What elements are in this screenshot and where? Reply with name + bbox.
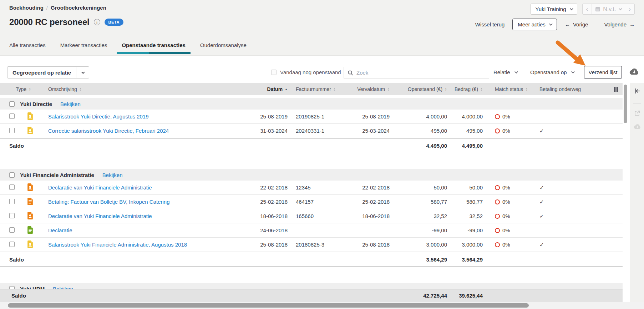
filter-bar: Gegroepeerd op relatie Vandaag nog opens…	[0, 56, 623, 83]
column-settings-icon[interactable]	[614, 87, 618, 92]
column-type[interactable]: Type▲▼	[16, 86, 36, 92]
match-percentage: 0%	[502, 227, 510, 233]
checkmark-icon: ✓	[539, 199, 544, 205]
today-open-label: Vandaag nog openstaand	[280, 69, 341, 75]
cell-openstaand: 32,52	[390, 213, 447, 219]
cell-betaling-onderweg: ✓	[535, 242, 592, 248]
group-checkbox[interactable]	[9, 172, 15, 178]
column-openstaand[interactable]: Openstaand (€)▲▼	[390, 86, 447, 92]
bekijken-link[interactable]: Bekijken	[60, 101, 81, 107]
match-ring-icon	[495, 199, 500, 204]
table-body: Yuki DirectieBekijkenSalarisstrook Yuki …	[0, 95, 623, 309]
row-checkbox[interactable]	[9, 128, 15, 133]
administration-selector[interactable]: Yuki Training	[531, 4, 577, 15]
match-ring-icon	[495, 228, 500, 233]
group-name: Yuki Directie	[20, 101, 52, 107]
factuur-doc-icon	[27, 198, 33, 205]
collapse-left-icon	[634, 88, 640, 94]
period-next-button[interactable]: ›	[625, 4, 634, 14]
period-selector[interactable]: N.v.t.	[592, 4, 625, 14]
transaction-link[interactable]: Salarisstrook Yuki Directie, Augustus 20…	[48, 113, 149, 120]
row-checkbox[interactable]	[9, 242, 15, 247]
sort-asc-icon: ▲	[285, 88, 288, 91]
today-open-checkbox[interactable]	[271, 70, 277, 75]
salarisstrook-doc-icon	[27, 127, 33, 134]
tab-alle-transacties[interactable]: Alle transacties	[9, 42, 46, 53]
column-bedrag[interactable]: Bedrag (€)▲▼	[447, 86, 483, 92]
wissel-terug-button[interactable]: Wissel terug	[475, 21, 505, 27]
info-icon[interactable]: i	[94, 19, 100, 25]
row-checkbox[interactable]	[9, 199, 15, 204]
table-row: Declaratie24-06-2018-99,00-99,000%	[0, 223, 623, 238]
download-cloud-disabled-button[interactable]	[633, 123, 642, 131]
cell-factuurnummer: 20190825-1	[288, 113, 344, 120]
cell-datum: 18-06-2018	[237, 213, 288, 219]
transaction-link[interactable]: Declaratie	[48, 227, 72, 233]
declaratie-doc-icon	[27, 226, 33, 234]
open-external-button[interactable]	[634, 110, 640, 118]
relatie-filter[interactable]: Relatie	[493, 69, 517, 75]
tab-ouderdomsanalyse[interactable]: Ouderdomsanalyse	[200, 42, 247, 53]
meer-acties-button[interactable]: Meer acties	[512, 19, 557, 30]
tab-openstaande-transacties[interactable]: Openstaande transacties	[122, 42, 185, 53]
cell-factuurnummer: 165660	[288, 213, 344, 219]
divider	[633, 103, 641, 104]
breadcrumb-boekhouding[interactable]: Boekhouding	[9, 5, 44, 11]
bekijken-link[interactable]: Bekijken	[102, 172, 123, 178]
cell-match-status: 0%	[483, 113, 535, 120]
checkmark-icon: ✓	[539, 128, 544, 134]
download-cloud-icon	[633, 123, 642, 130]
cell-match-status: 0%	[483, 128, 535, 134]
column-match-status[interactable]: Match status▲▼	[483, 86, 535, 92]
download-cloud-button[interactable]	[628, 67, 640, 77]
row-checkbox[interactable]	[9, 113, 15, 119]
tab-markeer-transacties[interactable]: Markeer transacties	[60, 42, 107, 53]
table-row: Betaling: Factuur van Bolletje BV, Inkop…	[0, 195, 623, 209]
group-header: Yuki Financiele AdministratieBekijken	[0, 169, 623, 181]
horizontal-scrollbar[interactable]	[8, 303, 529, 308]
column-datum[interactable]: Datum▲	[237, 86, 288, 92]
match-percentage: 0%	[502, 213, 510, 219]
vorige-label: Vorige	[573, 21, 588, 27]
column-omschrijving[interactable]: Omschrijving▲▼	[36, 86, 237, 92]
search-input[interactable]	[356, 70, 485, 76]
group-by-select[interactable]: Gegroepeerd op relatie	[7, 66, 89, 78]
row-checkbox[interactable]	[9, 213, 15, 218]
transaction-link[interactable]: Salarisstrook Yuki Financiele Administra…	[48, 242, 187, 248]
arrow-left-icon: ←	[565, 21, 570, 27]
column-vervaldatum[interactable]: Vervaldatum▲▼	[344, 86, 390, 92]
group-checkbox[interactable]	[9, 101, 15, 107]
openstaand-op-filter[interactable]: Openstaand op	[530, 69, 574, 75]
cell-bedrag: 4.000,00	[447, 113, 483, 120]
cell-vervaldatum: 18-06-2018	[344, 213, 390, 219]
row-checkbox[interactable]	[9, 184, 15, 190]
transaction-link[interactable]: Declaratie van Yuki Financiele Administr…	[48, 184, 152, 191]
vorige-button[interactable]: ← Vorige	[565, 21, 588, 27]
transaction-link[interactable]: Declaratie van Yuki Financiele Administr…	[48, 213, 152, 219]
match-ring-icon	[495, 214, 500, 219]
administration-name: Yuki Training	[536, 6, 566, 12]
sort-icon: ▲▼	[445, 87, 447, 91]
match-ring-icon	[495, 128, 500, 133]
period-prev-button[interactable]: ‹	[583, 4, 592, 14]
transaction-link[interactable]: Correctie salarisstrook Yuki Directie, F…	[48, 128, 169, 134]
collapse-panel-button[interactable]	[634, 88, 640, 96]
cell-bedrag: 580,77	[447, 199, 483, 205]
sort-icon: ▲▼	[480, 87, 483, 91]
column-factuurnummer[interactable]: Factuurnummer▲▼	[288, 86, 344, 92]
cell-match-status: 0%	[483, 227, 535, 233]
side-rail	[630, 83, 644, 309]
volgende-button[interactable]: Volgende →	[604, 21, 635, 27]
cell-openstaand: 4.000,00	[390, 113, 447, 120]
cell-vervaldatum: 25-08-2018	[344, 242, 390, 248]
verzend-lijst-button[interactable]: Verzend lijst	[584, 66, 622, 78]
table-row: Declaratie van Yuki Financiele Administr…	[0, 181, 623, 195]
calendar-icon	[595, 7, 600, 11]
row-checkbox[interactable]	[9, 227, 15, 233]
chevron-down-icon	[549, 22, 553, 26]
transaction-link[interactable]: Betaling: Factuur van Bolletje BV, Inkop…	[48, 199, 170, 205]
table-row: Salarisstrook Yuki Directie, Augustus 20…	[0, 110, 623, 124]
period-label: N.v.t.	[603, 6, 616, 12]
vertical-scrollbar[interactable]	[624, 85, 627, 123]
breadcrumb-grootboekrekeningen[interactable]: Grootboekrekeningen	[51, 5, 106, 11]
